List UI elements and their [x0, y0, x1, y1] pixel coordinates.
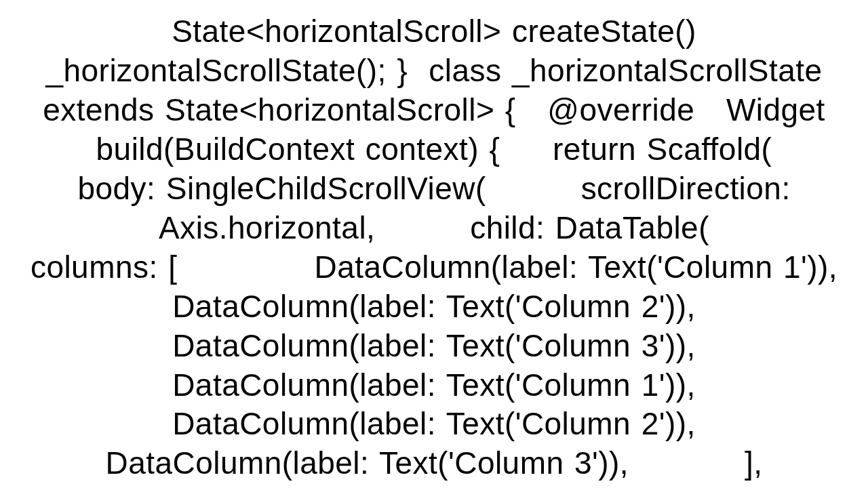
code-line: body: SingleChildScrollView( scrollDirec… [77, 171, 790, 206]
code-line: extends State<horizontalScroll> { @overr… [43, 92, 825, 127]
code-line: DataColumn(label: Text('Column 2')), [172, 289, 696, 324]
code-line: columns: [ DataColumn(label: Text('Colum… [31, 249, 837, 285]
code-line: Axis.horizontal, child: DataTable( [159, 210, 709, 245]
code-line: DataColumn(label: Text('Column 2')), [172, 406, 696, 441]
code-line: DataColumn(label: Text('Column 1')), [172, 367, 696, 403]
code-line: DataColumn(label: Text('Column 3')), [172, 328, 696, 363]
code-line: _horizontalScrollState(); } class _horiz… [45, 53, 822, 88]
code-line: DataColumn(label: Text('Column 3')), ], [105, 445, 762, 481]
code-line: State<horizontalScroll> createState() [172, 14, 696, 49]
code-snippet: State<horizontalScroll> createState() _h… [24, 0, 844, 488]
code-line: build(BuildContext context) { return Sca… [96, 131, 772, 167]
code-line: rows: [ DataRow(cells: [ [201, 485, 667, 488]
